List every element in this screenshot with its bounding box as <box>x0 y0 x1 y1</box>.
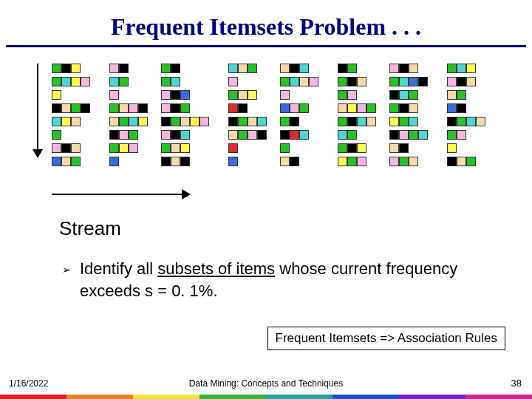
item-cell <box>161 103 171 113</box>
item-cell <box>389 77 399 86</box>
item-cell <box>248 130 257 140</box>
item-cell <box>409 103 418 113</box>
itemset-row <box>389 64 428 73</box>
itemset-row <box>447 130 485 140</box>
association-rules-box: Frequent Itemsets => Association Rules <box>267 327 506 350</box>
item-cell <box>357 77 366 86</box>
item-cell <box>171 64 180 73</box>
item-cell <box>129 103 138 113</box>
right-arrow-icon <box>52 189 192 200</box>
item-cell <box>347 157 357 166</box>
item-cell <box>238 103 248 113</box>
itemset-row <box>338 130 376 140</box>
item-cell <box>290 77 299 86</box>
item-cell <box>52 157 61 166</box>
item-cell <box>238 64 248 73</box>
item-cell <box>180 130 190 140</box>
item-cell <box>466 77 476 86</box>
bullet-under: subsets of items <box>157 259 275 278</box>
item-cell <box>347 64 357 73</box>
item-cell <box>457 103 466 113</box>
item-cell <box>299 103 309 113</box>
itemset-row <box>280 90 318 100</box>
itemset-row <box>389 130 428 140</box>
item-cell <box>280 117 290 126</box>
item-cell <box>109 157 119 166</box>
item-cell <box>180 117 190 126</box>
bullet-text: Identify all subsets of items whose curr… <box>80 258 488 301</box>
item-cell <box>457 77 466 86</box>
item-cell <box>347 103 357 113</box>
item-cell <box>61 103 71 113</box>
item-cell <box>280 157 290 166</box>
item-cell <box>180 103 190 113</box>
itemset-row <box>228 130 267 140</box>
item-cell <box>457 157 466 166</box>
item-cell <box>171 77 180 86</box>
item-cell <box>228 117 238 126</box>
item-cell <box>161 130 171 140</box>
itemset-row <box>52 64 90 73</box>
item-cell <box>81 103 90 113</box>
footer-page-number: 38 <box>511 378 522 389</box>
itemset-row <box>338 117 376 126</box>
item-cell <box>52 77 61 86</box>
item-cell <box>238 130 248 140</box>
item-cell <box>228 130 238 140</box>
item-cell <box>171 130 180 140</box>
itemset-row <box>447 90 485 100</box>
item-cell <box>228 77 238 86</box>
item-cell <box>399 77 409 86</box>
item-cell <box>228 143 238 153</box>
item-cell <box>248 117 257 126</box>
itemset-row <box>109 103 148 113</box>
item-cell <box>71 157 81 166</box>
itemset-row <box>280 130 318 140</box>
item-cell <box>399 157 409 166</box>
item-cell <box>61 117 71 126</box>
itemset-row <box>161 157 209 166</box>
item-cell <box>290 103 299 113</box>
item-cell <box>52 143 61 153</box>
item-cell <box>119 77 129 86</box>
item-cell <box>238 90 248 100</box>
item-cell <box>161 157 171 166</box>
item-cell <box>338 64 347 73</box>
item-cell <box>257 130 267 140</box>
item-cell <box>280 130 290 140</box>
page-title: Frequent Itemsets Problem . . . <box>0 0 532 45</box>
item-cell <box>389 157 399 166</box>
item-cell <box>447 77 457 86</box>
item-cell <box>180 157 190 166</box>
bullet-marker-icon: ➢ <box>62 258 71 301</box>
item-cell <box>161 90 171 100</box>
item-cell <box>347 143 357 153</box>
itemset-row <box>447 117 485 126</box>
item-cell <box>238 117 248 126</box>
item-cell <box>71 64 81 73</box>
itemset-row <box>161 64 209 73</box>
item-cell <box>180 143 190 153</box>
item-cell <box>171 103 180 113</box>
item-cell <box>52 64 61 73</box>
item-cell <box>399 117 409 126</box>
itemset-row <box>52 90 90 100</box>
item-cell <box>71 143 81 153</box>
item-cell <box>466 157 476 166</box>
itemset-row <box>228 143 267 153</box>
itemset-row <box>280 64 318 73</box>
item-cell <box>228 64 238 73</box>
item-cell <box>399 64 409 73</box>
item-cell <box>171 90 180 100</box>
itemset-row <box>389 103 428 113</box>
itemset-row <box>109 90 148 100</box>
item-cell <box>171 117 180 126</box>
itemset-row <box>338 143 376 153</box>
itemset-row <box>280 117 318 126</box>
itemset-row <box>109 117 148 126</box>
item-cell <box>61 143 71 153</box>
item-cell <box>119 64 129 73</box>
item-cell <box>347 117 357 126</box>
item-cell <box>338 157 347 166</box>
item-cell <box>476 117 485 126</box>
